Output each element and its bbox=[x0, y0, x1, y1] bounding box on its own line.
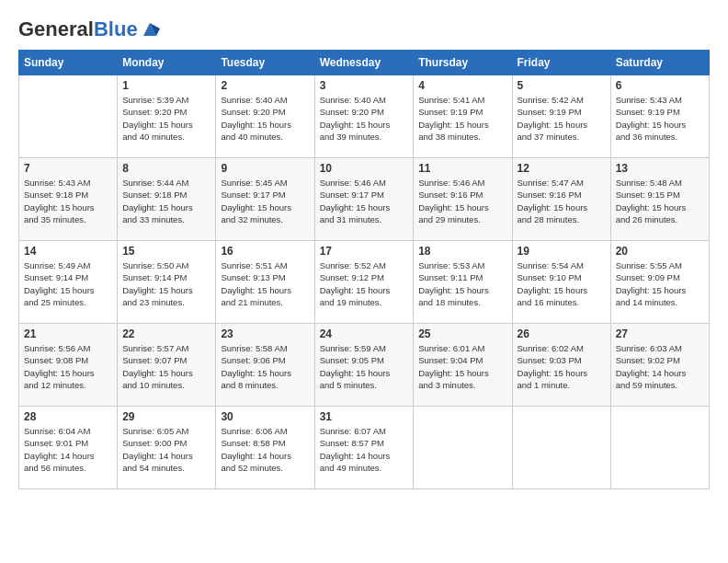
day-info: Sunrise: 5:57 AM Sunset: 9:07 PM Dayligh… bbox=[122, 342, 210, 391]
day-info: Sunrise: 5:56 AM Sunset: 9:08 PM Dayligh… bbox=[24, 342, 112, 391]
day-info: Sunrise: 5:43 AM Sunset: 9:18 PM Dayligh… bbox=[24, 177, 112, 225]
day-number: 20 bbox=[616, 245, 704, 258]
day-number: 18 bbox=[418, 245, 506, 258]
day-number: 30 bbox=[221, 410, 309, 423]
logo-blue: Blue bbox=[94, 17, 138, 40]
calendar-cell: 10Sunrise: 5:46 AM Sunset: 9:17 PM Dayli… bbox=[314, 158, 414, 241]
day-number: 8 bbox=[122, 162, 210, 175]
day-number: 23 bbox=[221, 327, 309, 340]
day-info: Sunrise: 5:44 AM Sunset: 9:18 PM Dayligh… bbox=[122, 177, 210, 225]
logo: GeneralBlue bbox=[18, 18, 160, 40]
day-number: 15 bbox=[122, 245, 210, 258]
day-info: Sunrise: 6:06 AM Sunset: 8:58 PM Dayligh… bbox=[221, 425, 309, 474]
calendar-body: 1Sunrise: 5:39 AM Sunset: 9:20 PM Daylig… bbox=[19, 75, 710, 489]
calendar-cell: 23Sunrise: 5:58 AM Sunset: 9:06 PM Dayli… bbox=[216, 324, 314, 407]
day-number: 22 bbox=[122, 327, 210, 340]
column-header-thursday: Thursday bbox=[414, 51, 512, 75]
day-number: 16 bbox=[221, 245, 309, 258]
day-number: 5 bbox=[518, 79, 606, 92]
day-info: Sunrise: 6:05 AM Sunset: 9:00 PM Dayligh… bbox=[122, 425, 210, 474]
day-info: Sunrise: 5:41 AM Sunset: 9:19 PM Dayligh… bbox=[418, 94, 506, 143]
calendar-cell: 20Sunrise: 5:55 AM Sunset: 9:09 PM Dayli… bbox=[610, 241, 709, 324]
week-row-5: 28Sunrise: 6:04 AM Sunset: 9:01 PM Dayli… bbox=[19, 407, 710, 489]
calendar-cell bbox=[19, 75, 118, 158]
page-header: GeneralBlue bbox=[18, 18, 710, 40]
week-row-3: 14Sunrise: 5:49 AM Sunset: 9:14 PM Dayli… bbox=[19, 241, 710, 324]
day-number: 10 bbox=[320, 162, 409, 175]
day-number: 31 bbox=[320, 410, 409, 423]
calendar-cell: 15Sunrise: 5:50 AM Sunset: 9:14 PM Dayli… bbox=[118, 241, 216, 324]
calendar-cell: 3Sunrise: 5:40 AM Sunset: 9:20 PM Daylig… bbox=[314, 75, 414, 158]
day-info: Sunrise: 5:40 AM Sunset: 9:20 PM Dayligh… bbox=[320, 94, 409, 143]
calendar-header: SundayMondayTuesdayWednesdayThursdayFrid… bbox=[19, 51, 710, 75]
column-header-friday: Friday bbox=[512, 51, 610, 75]
header-row: SundayMondayTuesdayWednesdayThursdayFrid… bbox=[19, 51, 710, 75]
day-info: Sunrise: 5:46 AM Sunset: 9:17 PM Dayligh… bbox=[320, 177, 409, 225]
day-number: 14 bbox=[24, 245, 112, 258]
week-row-2: 7Sunrise: 5:43 AM Sunset: 9:18 PM Daylig… bbox=[19, 158, 710, 241]
calendar-cell: 12Sunrise: 5:47 AM Sunset: 9:16 PM Dayli… bbox=[512, 158, 610, 241]
day-info: Sunrise: 5:50 AM Sunset: 9:14 PM Dayligh… bbox=[122, 259, 210, 308]
calendar-cell: 11Sunrise: 5:46 AM Sunset: 9:16 PM Dayli… bbox=[414, 158, 512, 241]
column-header-sunday: Sunday bbox=[19, 51, 118, 75]
day-number: 2 bbox=[221, 79, 309, 92]
calendar-cell bbox=[512, 407, 610, 489]
column-header-saturday: Saturday bbox=[610, 51, 709, 75]
day-info: Sunrise: 6:01 AM Sunset: 9:04 PM Dayligh… bbox=[418, 342, 506, 391]
day-number: 11 bbox=[418, 162, 506, 175]
calendar-cell: 9Sunrise: 5:45 AM Sunset: 9:17 PM Daylig… bbox=[216, 158, 314, 241]
calendar-cell: 19Sunrise: 5:54 AM Sunset: 9:10 PM Dayli… bbox=[512, 241, 610, 324]
calendar-cell: 6Sunrise: 5:43 AM Sunset: 9:19 PM Daylig… bbox=[610, 75, 709, 158]
calendar-cell: 14Sunrise: 5:49 AM Sunset: 9:14 PM Dayli… bbox=[19, 241, 118, 324]
day-number: 13 bbox=[616, 162, 704, 175]
calendar-cell: 21Sunrise: 5:56 AM Sunset: 9:08 PM Dayli… bbox=[19, 324, 118, 407]
calendar-cell: 13Sunrise: 5:48 AM Sunset: 9:15 PM Dayli… bbox=[610, 158, 709, 241]
calendar-cell: 22Sunrise: 5:57 AM Sunset: 9:07 PM Dayli… bbox=[118, 324, 216, 407]
logo-icon bbox=[140, 19, 160, 40]
day-number: 26 bbox=[518, 327, 606, 340]
day-info: Sunrise: 5:55 AM Sunset: 9:09 PM Dayligh… bbox=[616, 259, 704, 308]
calendar-cell bbox=[610, 407, 709, 489]
calendar-cell: 24Sunrise: 5:59 AM Sunset: 9:05 PM Dayli… bbox=[314, 324, 414, 407]
day-info: Sunrise: 5:58 AM Sunset: 9:06 PM Dayligh… bbox=[221, 342, 309, 391]
calendar-cell bbox=[414, 407, 512, 489]
day-number: 28 bbox=[24, 410, 112, 423]
calendar-cell: 8Sunrise: 5:44 AM Sunset: 9:18 PM Daylig… bbox=[118, 158, 216, 241]
calendar-cell: 28Sunrise: 6:04 AM Sunset: 9:01 PM Dayli… bbox=[19, 407, 118, 489]
day-number: 25 bbox=[418, 327, 506, 340]
day-number: 17 bbox=[320, 245, 409, 258]
calendar-cell: 7Sunrise: 5:43 AM Sunset: 9:18 PM Daylig… bbox=[19, 158, 118, 241]
day-number: 9 bbox=[221, 162, 309, 175]
day-info: Sunrise: 5:54 AM Sunset: 9:10 PM Dayligh… bbox=[518, 259, 606, 308]
day-number: 19 bbox=[518, 245, 606, 258]
calendar-cell: 26Sunrise: 6:02 AM Sunset: 9:03 PM Dayli… bbox=[512, 324, 610, 407]
calendar-cell: 2Sunrise: 5:40 AM Sunset: 9:20 PM Daylig… bbox=[216, 75, 314, 158]
day-number: 6 bbox=[616, 79, 704, 92]
calendar-table: SundayMondayTuesdayWednesdayThursdayFrid… bbox=[18, 50, 710, 489]
calendar-cell: 16Sunrise: 5:51 AM Sunset: 9:13 PM Dayli… bbox=[216, 241, 314, 324]
day-number: 12 bbox=[518, 162, 606, 175]
day-info: Sunrise: 5:42 AM Sunset: 9:19 PM Dayligh… bbox=[518, 94, 606, 143]
day-info: Sunrise: 6:04 AM Sunset: 9:01 PM Dayligh… bbox=[24, 425, 112, 474]
day-number: 24 bbox=[320, 327, 409, 340]
day-info: Sunrise: 5:45 AM Sunset: 9:17 PM Dayligh… bbox=[221, 177, 309, 225]
logo-general: General bbox=[18, 17, 94, 40]
day-info: Sunrise: 5:59 AM Sunset: 9:05 PM Dayligh… bbox=[320, 342, 409, 391]
day-number: 29 bbox=[122, 410, 210, 423]
day-number: 1 bbox=[122, 79, 210, 92]
day-info: Sunrise: 6:02 AM Sunset: 9:03 PM Dayligh… bbox=[518, 342, 606, 391]
calendar-cell: 18Sunrise: 5:53 AM Sunset: 9:11 PM Dayli… bbox=[414, 241, 512, 324]
column-header-wednesday: Wednesday bbox=[314, 51, 414, 75]
calendar-cell: 27Sunrise: 6:03 AM Sunset: 9:02 PM Dayli… bbox=[610, 324, 709, 407]
column-header-tuesday: Tuesday bbox=[216, 51, 314, 75]
calendar-cell: 31Sunrise: 6:07 AM Sunset: 8:57 PM Dayli… bbox=[314, 407, 414, 489]
day-info: Sunrise: 5:40 AM Sunset: 9:20 PM Dayligh… bbox=[221, 94, 309, 143]
calendar-cell: 1Sunrise: 5:39 AM Sunset: 9:20 PM Daylig… bbox=[118, 75, 216, 158]
calendar-cell: 25Sunrise: 6:01 AM Sunset: 9:04 PM Dayli… bbox=[414, 324, 512, 407]
calendar-cell: 30Sunrise: 6:06 AM Sunset: 8:58 PM Dayli… bbox=[216, 407, 314, 489]
day-info: Sunrise: 5:39 AM Sunset: 9:20 PM Dayligh… bbox=[122, 94, 210, 143]
day-info: Sunrise: 5:43 AM Sunset: 9:19 PM Dayligh… bbox=[616, 94, 704, 143]
calendar-cell: 17Sunrise: 5:52 AM Sunset: 9:12 PM Dayli… bbox=[314, 241, 414, 324]
week-row-4: 21Sunrise: 5:56 AM Sunset: 9:08 PM Dayli… bbox=[19, 324, 710, 407]
day-info: Sunrise: 5:51 AM Sunset: 9:13 PM Dayligh… bbox=[221, 259, 309, 308]
